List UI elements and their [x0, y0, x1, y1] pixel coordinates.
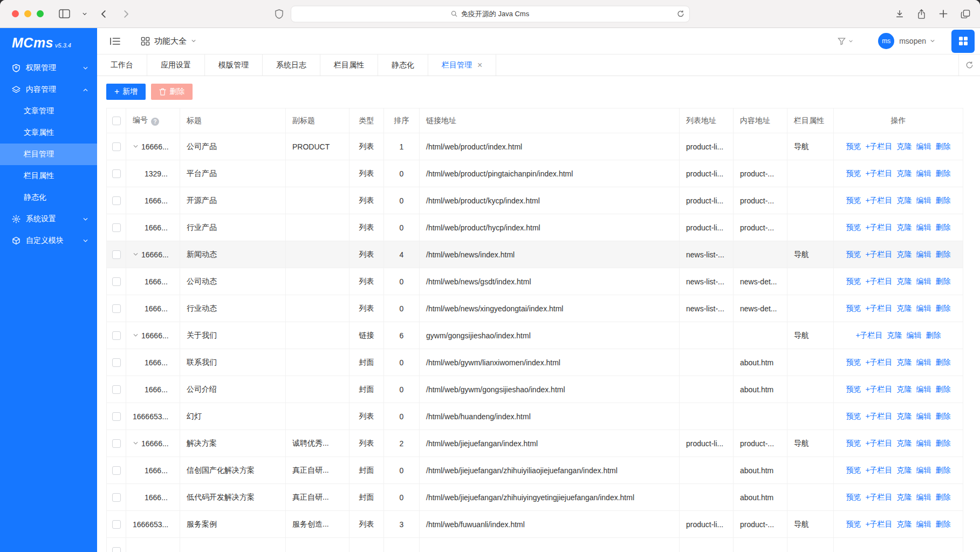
tab-refresh-button[interactable]	[958, 54, 980, 76]
minimize-window-button[interactable]	[24, 10, 31, 17]
tab-close-icon[interactable]: ×	[477, 61, 482, 70]
action-preview[interactable]: 预览	[846, 277, 861, 285]
action-edit[interactable]: 编辑	[916, 412, 931, 420]
sidebar-item-custom-module[interactable]: 自定义模块	[0, 230, 97, 251]
action-preview[interactable]: 预览	[846, 439, 861, 447]
tab-overview-icon[interactable]	[961, 9, 970, 18]
help-icon[interactable]: ?	[151, 118, 159, 126]
action-add-child[interactable]: +子栏目	[865, 277, 892, 285]
action-add-child[interactable]: +子栏目	[865, 358, 892, 366]
action-edit[interactable]: 编辑	[907, 331, 922, 339]
action-delete[interactable]: 删除	[936, 277, 951, 285]
action-add-child[interactable]: +子栏目	[865, 412, 892, 420]
sidebar-item-column-attr[interactable]: 栏目属性	[0, 165, 97, 187]
row-checkbox[interactable]	[112, 223, 121, 232]
downloads-icon[interactable]	[895, 10, 904, 18]
action-preview[interactable]: 预览	[846, 412, 861, 420]
action-edit[interactable]: 编辑	[916, 169, 931, 178]
tab-template-mgmt[interactable]: 模版管理	[205, 54, 263, 76]
action-delete[interactable]: 删除	[936, 385, 951, 393]
action-delete[interactable]: 删除	[936, 412, 951, 420]
action-add-child[interactable]: +子栏目	[855, 331, 882, 339]
new-tab-icon[interactable]	[939, 10, 948, 18]
action-clone[interactable]: 克隆	[897, 439, 912, 447]
expand-caret-icon[interactable]	[133, 440, 139, 446]
row-checkbox[interactable]	[112, 385, 121, 394]
action-add-child[interactable]: +子栏目	[865, 196, 892, 205]
action-delete[interactable]: 删除	[936, 520, 951, 528]
action-add-child[interactable]: +子栏目	[865, 169, 892, 178]
sidebar-item-article-attr[interactable]: 文章属性	[0, 122, 97, 144]
avatar[interactable]: ms	[878, 33, 894, 49]
row-checkbox[interactable]	[112, 547, 121, 552]
privacy-shield-icon[interactable]	[275, 9, 284, 19]
action-clone[interactable]: 克隆	[897, 385, 912, 393]
action-add-child[interactable]: +子栏目	[865, 520, 892, 528]
apps-button[interactable]	[951, 30, 975, 53]
tab-system-log[interactable]: 系统日志	[263, 54, 320, 76]
row-checkbox[interactable]	[112, 412, 121, 421]
action-edit[interactable]: 编辑	[916, 250, 931, 258]
action-preview[interactable]: 预览	[846, 520, 861, 528]
action-edit[interactable]: 编辑	[916, 358, 931, 366]
action-clone[interactable]: 克隆	[897, 142, 912, 151]
action-add-child[interactable]: +子栏目	[865, 304, 892, 312]
zoom-window-button[interactable]	[37, 10, 44, 17]
tab-static[interactable]: 静态化	[378, 54, 428, 76]
sidebar-item-static[interactable]: 静态化	[0, 187, 97, 208]
sidebar-item-article-mgmt[interactable]: 文章管理	[0, 100, 97, 122]
action-preview[interactable]: 预览	[846, 250, 861, 258]
row-checkbox[interactable]	[112, 466, 121, 475]
tab-column-attr[interactable]: 栏目属性	[320, 54, 378, 76]
action-delete[interactable]: 删除	[936, 439, 951, 447]
action-preview[interactable]: 预览	[846, 385, 861, 393]
action-delete[interactable]: 删除	[936, 223, 951, 231]
tab-column-mgmt[interactable]: 栏目管理×	[428, 54, 496, 76]
action-delete[interactable]: 删除	[936, 466, 951, 474]
action-add-child[interactable]: +子栏目	[865, 439, 892, 447]
row-checkbox[interactable]	[112, 250, 121, 259]
row-checkbox[interactable]	[112, 439, 121, 448]
action-delete[interactable]: 删除	[936, 358, 951, 366]
forward-icon[interactable]	[121, 9, 131, 19]
action-clone[interactable]: 克隆	[897, 223, 912, 231]
row-checkbox[interactable]	[112, 196, 121, 205]
action-edit[interactable]: 编辑	[916, 385, 931, 393]
action-edit[interactable]: 编辑	[916, 439, 931, 447]
action-edit[interactable]: 编辑	[916, 466, 931, 474]
action-edit[interactable]: 编辑	[916, 520, 931, 528]
action-clone[interactable]: 克隆	[897, 358, 912, 366]
row-checkbox[interactable]	[112, 142, 121, 151]
action-preview[interactable]: 预览	[846, 196, 861, 205]
row-checkbox[interactable]	[112, 277, 121, 286]
action-preview[interactable]: 预览	[846, 466, 861, 474]
tab-app-settings[interactable]: 应用设置	[147, 54, 205, 76]
action-preview[interactable]: 预览	[846, 304, 861, 312]
action-preview[interactable]: 预览	[846, 493, 861, 501]
action-preview[interactable]: 预览	[846, 223, 861, 231]
action-add-child[interactable]: +子栏目	[865, 466, 892, 474]
expand-caret-icon[interactable]	[133, 144, 139, 149]
reload-icon[interactable]	[677, 10, 684, 18]
action-clone[interactable]: 克隆	[897, 412, 912, 420]
share-icon[interactable]	[917, 9, 926, 19]
action-edit[interactable]: 编辑	[916, 142, 931, 151]
sidebar-item-content[interactable]: 内容管理	[0, 79, 97, 100]
action-delete[interactable]: 删除	[936, 142, 951, 151]
action-clone[interactable]: 克隆	[897, 304, 912, 312]
action-delete[interactable]: 删除	[936, 196, 951, 205]
action-clone[interactable]: 克隆	[897, 196, 912, 205]
row-checkbox[interactable]	[112, 304, 121, 313]
username[interactable]: msopen	[899, 37, 926, 45]
action-clone[interactable]: 克隆	[897, 466, 912, 474]
filter-control[interactable]	[838, 37, 853, 45]
action-edit[interactable]: 编辑	[916, 493, 931, 501]
row-checkbox[interactable]	[112, 493, 121, 502]
action-preview[interactable]: 预览	[846, 358, 861, 366]
action-delete[interactable]: 删除	[936, 250, 951, 258]
action-clone[interactable]: 克隆	[887, 331, 902, 339]
action-clone[interactable]: 克隆	[897, 169, 912, 178]
action-add-child[interactable]: +子栏目	[865, 223, 892, 231]
action-delete[interactable]: 删除	[936, 169, 951, 178]
action-preview[interactable]: 预览	[846, 169, 861, 178]
